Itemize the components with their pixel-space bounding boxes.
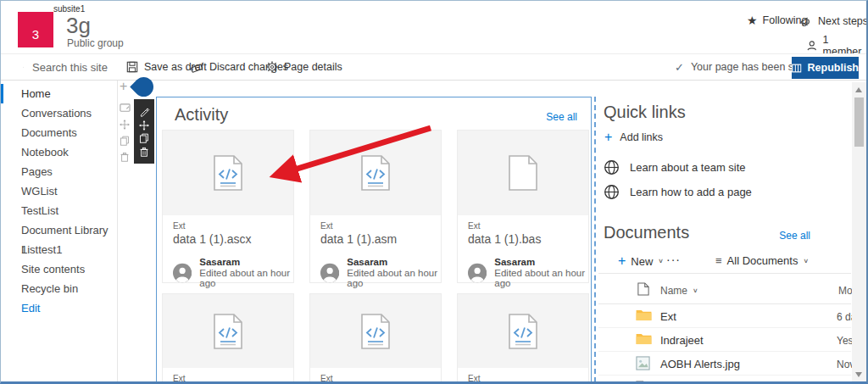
delete-section-icon[interactable] xyxy=(120,152,130,162)
sidebar-item-wglist[interactable]: WGList xyxy=(1,181,117,201)
sidebar-item-pages[interactable]: Pages xyxy=(1,162,117,181)
checkmark-icon: ✓ xyxy=(675,61,684,74)
activity-card[interactable]: Ext xyxy=(457,293,589,384)
activity-card[interactable]: Ext xyxy=(309,293,442,384)
section-divider-line xyxy=(594,97,596,382)
next-steps-button[interactable]: Next steps xyxy=(799,14,868,28)
following-button[interactable]: ★ Following xyxy=(747,14,807,26)
sharepoint-page: subsite1 3 3g Public group ★ Following N… xyxy=(0,0,868,384)
document-icon xyxy=(636,381,648,384)
activity-card[interactable]: Ext data 1 (1).ascx Sasaram Edited about… xyxy=(162,130,294,283)
avatar xyxy=(173,262,192,284)
command-bar: Save as draft Discard changes Page detai… xyxy=(1,53,868,81)
move-section-icon[interactable] xyxy=(120,120,130,130)
quick-link-label: Learn how to add a page xyxy=(630,186,752,198)
sidebar-item-document-library-1[interactable]: Document Library 1 xyxy=(1,220,117,240)
sidebar-item-label: Documents xyxy=(21,126,77,139)
search-icon xyxy=(23,61,24,74)
page-details-button[interactable]: Page details xyxy=(266,54,342,80)
quick-link-item[interactable]: Learn how to add a page xyxy=(604,184,752,200)
documents-table-header: Name ∨ Mod xyxy=(598,280,851,302)
scrollbar-thumb[interactable] xyxy=(854,97,864,147)
site-logo-text: 3 xyxy=(32,27,39,42)
republish-label: Republish xyxy=(808,62,859,74)
document-row-partial[interactable] xyxy=(598,376,851,384)
eraser-icon xyxy=(191,61,203,74)
card-ext-label: Ext xyxy=(320,221,441,231)
view-selector[interactable]: ≡ All Documents ∨ xyxy=(715,254,809,267)
add-links-button[interactable]: + Add links xyxy=(604,131,663,144)
gear-icon xyxy=(266,61,278,73)
scroll-up-arrow[interactable] xyxy=(855,87,862,92)
republish-button[interactable]: Republish xyxy=(792,57,859,79)
name-column-header[interactable]: Name ∨ xyxy=(660,285,698,297)
new-button[interactable]: + New ∨ xyxy=(618,254,664,268)
vertical-scrollbar[interactable] xyxy=(852,82,866,382)
sidebar-item-notebook[interactable]: Notebook xyxy=(1,142,117,162)
activity-card[interactable]: Ext data 1 (1).asm Sasaram Edited about … xyxy=(309,130,442,283)
document-type-column-icon[interactable] xyxy=(637,282,649,296)
plus-icon: + xyxy=(604,131,612,144)
card-filename: data 1 (1).asm xyxy=(320,232,441,246)
search-input[interactable] xyxy=(32,61,117,74)
sidebar-item-label: TestList xyxy=(21,204,58,217)
sidebar-item-listtest1[interactable]: Listtest1 xyxy=(1,240,117,259)
right-column: Quick links + Add links Learn about a te… xyxy=(598,97,851,382)
document-row[interactable]: Indrajeet Yest xyxy=(598,328,851,352)
scroll-down-arrow[interactable] xyxy=(855,372,862,377)
code-file-icon xyxy=(214,314,242,349)
sidebar-item-label: Pages xyxy=(21,165,53,178)
code-file-icon xyxy=(214,155,242,191)
card-thumbnail xyxy=(458,131,588,215)
globe-icon xyxy=(604,184,620,200)
delete-webpart-icon[interactable] xyxy=(139,147,149,157)
new-label: New xyxy=(631,255,653,268)
sidebar-edit-link[interactable]: Edit xyxy=(1,298,117,318)
add-section-icon[interactable]: + xyxy=(120,79,127,94)
sidebar-item-label: Listtest1 xyxy=(21,243,62,256)
document-name: Ext xyxy=(660,310,676,323)
globe-icon xyxy=(604,159,620,175)
code-file-icon xyxy=(509,314,537,349)
documents-see-all-link[interactable]: See all xyxy=(779,230,810,242)
search-box[interactable] xyxy=(1,54,117,80)
sidebar-item-testlist[interactable]: TestList xyxy=(1,201,117,220)
document-row[interactable]: Ext 6 da xyxy=(598,304,851,328)
sidebar-item-recycle-bin[interactable]: Recycle bin xyxy=(1,279,117,298)
sidebar-item-label: Recycle bin xyxy=(21,282,78,295)
comment-icon[interactable] xyxy=(120,103,131,114)
add-links-label: Add links xyxy=(620,131,663,143)
chevron-down-icon: ∨ xyxy=(693,287,698,294)
more-options-button[interactable]: ··· xyxy=(666,253,681,266)
avatar xyxy=(468,262,487,284)
quick-links-title: Quick links xyxy=(604,103,686,122)
sidebar-item-home[interactable]: Home xyxy=(1,84,117,103)
star-icon: ★ xyxy=(747,14,758,26)
sidebar-item-documents[interactable]: Documents xyxy=(1,123,117,142)
quick-link-item[interactable]: Learn about a team site xyxy=(604,159,746,175)
site-title: 3g xyxy=(66,13,91,39)
duplicate-webpart-icon[interactable] xyxy=(139,133,149,143)
activity-see-all-link[interactable]: See all xyxy=(546,111,577,123)
activity-card[interactable]: Ext data 1 (1).bas Sasaram Edited about … xyxy=(457,130,589,283)
activity-title: Activity xyxy=(175,105,228,125)
move-webpart-icon[interactable] xyxy=(139,120,149,131)
page-details-label: Page details xyxy=(284,61,342,73)
sidebar-item-site-contents[interactable]: Site contents xyxy=(1,259,117,279)
document-row[interactable]: AOBH Alerts.jpg Nov xyxy=(598,352,851,376)
sidebar-item-conversations[interactable]: Conversations xyxy=(1,103,117,123)
activity-card[interactable]: Ext xyxy=(162,293,294,384)
plus-icon: + xyxy=(618,254,626,268)
avatar xyxy=(320,262,339,284)
image-file-icon xyxy=(636,356,650,370)
chevron-down-icon: ∨ xyxy=(658,258,664,264)
duplicate-section-icon[interactable] xyxy=(120,136,130,146)
left-nav: Home Conversations Documents Notebook Pa… xyxy=(1,81,118,382)
site-logo[interactable]: 3 xyxy=(18,12,53,47)
sidebar-item-label: Edit xyxy=(21,302,40,314)
edit-webpart-icon[interactable] xyxy=(139,106,150,117)
sidebar-item-label: Conversations xyxy=(21,107,92,120)
activity-webpart: Activity See all Ext data 1 (1).ascx Sas… xyxy=(156,97,592,384)
code-file-icon xyxy=(361,155,390,191)
card-edited-text: Edited about an hour ago xyxy=(199,268,293,288)
